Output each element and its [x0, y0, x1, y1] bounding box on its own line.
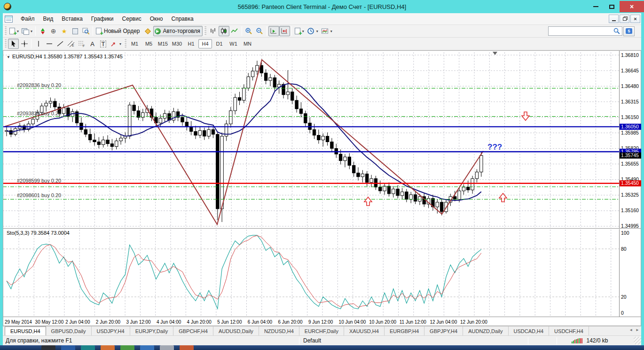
- taskbar-icon[interactable]: [81, 345, 95, 350]
- market-watch-icon: [72, 28, 78, 34]
- mdi-close-button[interactable]: ×: [630, 15, 640, 23]
- tabs-scroll-left-icon[interactable]: ◄: [629, 328, 633, 332]
- taskbar-icon[interactable]: [101, 345, 115, 350]
- fibonacci-tool[interactable]: F: [76, 39, 87, 49]
- new-chart-button[interactable]: ▾: [8, 26, 20, 36]
- toolbar-grip[interactable]: [4, 26, 7, 36]
- menu-item-4[interactable]: Сервис: [118, 14, 146, 24]
- timeframe-w1[interactable]: W1: [227, 39, 240, 48]
- autoscroll-button[interactable]: [268, 26, 279, 36]
- status-profile[interactable]: Default: [299, 337, 528, 344]
- channel-tool[interactable]: E: [65, 39, 76, 49]
- menu-item-6[interactable]: Справка: [167, 14, 198, 24]
- time-label: 30 May 12:00: [35, 319, 64, 325]
- menu-item-0[interactable]: Файл: [16, 14, 39, 24]
- timeframe-mn[interactable]: MN: [241, 39, 254, 48]
- favorites-button[interactable]: ★: [59, 26, 70, 36]
- toolbar-grip[interactable]: [204, 26, 206, 36]
- question-annotation[interactable]: ???: [487, 143, 502, 151]
- timeframe-m15[interactable]: M15: [156, 39, 170, 48]
- zoom-in-button[interactable]: [243, 26, 254, 36]
- tab-audnzd-daily[interactable]: AUDNZD,Daily: [463, 326, 508, 335]
- search-icon[interactable]: [613, 27, 620, 35]
- close-button[interactable]: ×: [620, 1, 644, 12]
- text-tool[interactable]: A: [87, 39, 98, 49]
- templates-button[interactable]: ▾: [320, 26, 334, 36]
- menu-item-2[interactable]: Вставка: [57, 14, 87, 24]
- taskbar-icon[interactable]: [41, 345, 55, 350]
- mdi-minimize-button[interactable]: [609, 15, 619, 23]
- windows-taskbar[interactable]: [0, 345, 644, 350]
- chart-area[interactable]: #2092836 buy 0.20#2093836 buy 0.20#20985…: [3, 50, 641, 326]
- trendline-tool[interactable]: [55, 39, 65, 49]
- tab-eurgbp-h4[interactable]: EURGBP,H4: [385, 326, 424, 335]
- resize-grip[interactable]: [634, 337, 641, 344]
- candlestick-icon: [220, 27, 228, 35]
- maximize-button[interactable]: [604, 1, 620, 12]
- tab-usdcad-h4[interactable]: USDCAD,H4: [509, 326, 550, 335]
- indicators-button[interactable]: ▾: [293, 26, 306, 36]
- experts-button[interactable]: [142, 26, 153, 36]
- tab-eurjpy-daily[interactable]: EURJPY,Daily: [130, 326, 174, 335]
- timeframe-m1[interactable]: M1: [128, 39, 141, 48]
- timeframe-d1[interactable]: D1: [212, 39, 226, 48]
- arrows-tool[interactable]: ▾: [109, 39, 123, 49]
- tab-usdchf-h4[interactable]: USDCHF,H4: [549, 326, 589, 335]
- market-watch-button[interactable]: [70, 26, 80, 36]
- tick-chart-icon: [41, 28, 45, 34]
- timeframe-h1[interactable]: H1: [184, 39, 198, 48]
- toolbar-grip[interactable]: [4, 39, 7, 48]
- time-label: 4 Jun 20:00: [187, 319, 212, 325]
- svg-text:1.36050: 1.36050: [621, 124, 639, 129]
- taskbar-icon[interactable]: [140, 345, 154, 350]
- timeframe-m5[interactable]: M5: [142, 39, 156, 48]
- tab-eurusd-h4[interactable]: EURUSD,H4: [5, 326, 46, 335]
- tab-usdjpy-h4[interactable]: USDJPY,H4: [92, 326, 130, 335]
- crosshair-target-button[interactable]: ⊕: [48, 26, 59, 36]
- chart-collapse-icon[interactable]: ▼: [7, 55, 10, 59]
- taskbar-icon[interactable]: [120, 345, 134, 350]
- notifications-button[interactable]: 5: [623, 26, 635, 36]
- vertical-line-tool[interactable]: [33, 39, 44, 49]
- notification-badge: 5: [626, 28, 632, 34]
- horizontal-line-tool[interactable]: [44, 39, 55, 49]
- line-chart-button[interactable]: [229, 26, 240, 36]
- tick-chart-button[interactable]: [37, 26, 48, 36]
- new-order-button[interactable]: Новый Ордер: [94, 26, 142, 36]
- data-window-button[interactable]: [80, 26, 91, 36]
- minimize-button[interactable]: [588, 1, 604, 12]
- tab-nzdusd-h4[interactable]: NZDUSD,H4: [259, 326, 299, 335]
- timeframe-m30[interactable]: M30: [170, 39, 184, 48]
- profiles-button[interactable]: ▾: [20, 26, 34, 36]
- cursor-tool-button[interactable]: [8, 39, 19, 49]
- tab-eurchf-daily[interactable]: EURCHF,Daily: [299, 326, 344, 335]
- status-bar: Для справки, нажмите F1 Default 142/0 kb: [3, 335, 641, 345]
- tabs-scroll-right-icon[interactable]: ►: [636, 328, 639, 332]
- menu-item-1[interactable]: Вид: [39, 14, 58, 24]
- taskbar-icon[interactable]: [160, 345, 174, 350]
- crosshair-icon: [21, 40, 28, 48]
- mdi-restore-button[interactable]: [620, 15, 629, 23]
- tab-gbpusd-daily[interactable]: GBPUSD,Daily: [46, 326, 92, 335]
- crosshair-tool-button[interactable]: [19, 39, 30, 49]
- taskbar-icon[interactable]: [61, 345, 75, 350]
- periods-button[interactable]: ▾: [306, 26, 320, 36]
- price-chart[interactable]: #2092836 buy 0.20#2093836 buy 0.20#20985…: [3, 50, 641, 326]
- tab-gbpchf-h4[interactable]: GBPCHF,H4: [173, 326, 213, 335]
- menu-item-5[interactable]: Окно: [146, 14, 167, 24]
- autotrade-button[interactable]: ▶Авто-торговля: [153, 26, 203, 36]
- search-input[interactable]: [548, 26, 622, 36]
- toolbar-grip[interactable]: [124, 39, 126, 48]
- timeframe-h4[interactable]: H4: [198, 39, 212, 48]
- tab-xauusd-h4[interactable]: XAUUSD,H4: [344, 326, 385, 335]
- zoom-in-icon: [245, 27, 252, 35]
- taskbar-icon[interactable]: [180, 345, 194, 350]
- chart-shift-button[interactable]: [279, 26, 290, 36]
- menu-item-3[interactable]: Графики: [87, 14, 118, 24]
- text-label-tool[interactable]: T: [98, 39, 109, 49]
- tab-gbpjpy-h4[interactable]: GBPJPY,H4: [424, 326, 463, 335]
- bar-chart-button[interactable]: [208, 26, 219, 36]
- candlestick-chart-button[interactable]: [219, 26, 229, 36]
- tab-audusd-daily[interactable]: AUDUSD,Daily: [213, 326, 259, 335]
- zoom-out-button[interactable]: [254, 26, 265, 36]
